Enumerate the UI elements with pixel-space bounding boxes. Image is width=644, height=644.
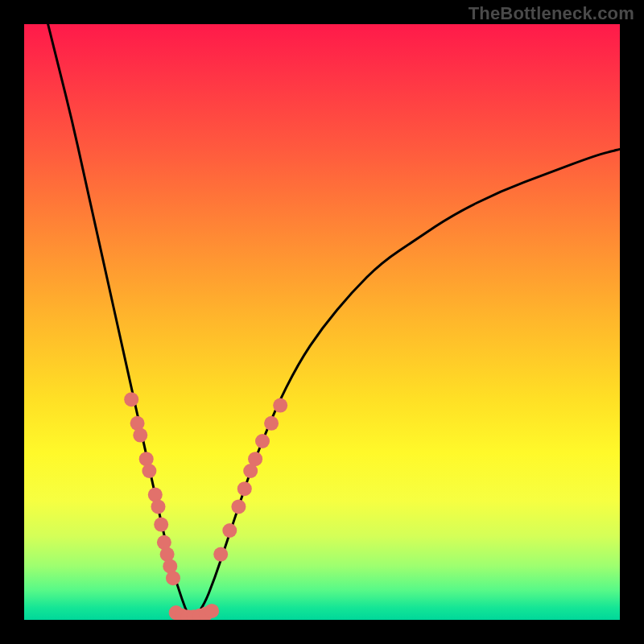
- marker-left-branch: [142, 464, 156, 478]
- marker-right-branch: [273, 398, 287, 413]
- marker-right-branch: [213, 547, 228, 562]
- marker-left-branch: [154, 518, 168, 532]
- plot-area: [24, 24, 620, 620]
- chart-frame: TheBottleneck.com: [0, 0, 644, 644]
- marker-right-branch: [222, 523, 237, 538]
- marker-left-branch: [124, 392, 138, 407]
- watermark-label: TheBottleneck.com: [469, 3, 634, 24]
- marker-right-branch: [264, 416, 279, 431]
- marker-right-branch: [231, 499, 246, 514]
- marker-right-branch: [248, 452, 262, 466]
- series-mismatch-curve-right: [191, 149, 620, 620]
- marker-bottom-flat: [204, 604, 219, 618]
- marker-left-branch: [166, 571, 180, 585]
- marker-group: [124, 392, 287, 620]
- series-mismatch-curve-left: [48, 24, 192, 620]
- marker-right-branch: [255, 434, 270, 448]
- curve-svg: [24, 24, 620, 620]
- marker-left-branch: [151, 499, 166, 514]
- series-group: [48, 24, 620, 620]
- marker-left-branch: [133, 428, 147, 443]
- marker-right-branch: [237, 481, 252, 496]
